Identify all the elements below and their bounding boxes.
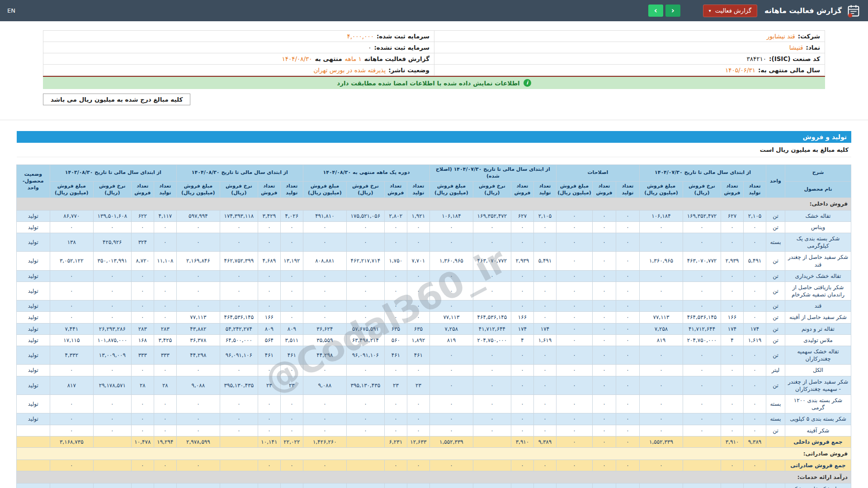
value-cell: ۲۸۳	[154, 323, 176, 334]
value-cell: ۰	[346, 413, 384, 425]
value-cell: ۰	[50, 413, 93, 425]
language-toggle[interactable]: EN	[7, 7, 15, 14]
value-cell: ۰	[683, 346, 721, 365]
unit-cell: تن	[766, 270, 785, 282]
column-header-text: (میلیون ریال)	[304, 190, 345, 197]
value-cell: ۱۳۹,۵۰۱,۶۰۸	[93, 210, 131, 221]
symbol-link[interactable]: قنیشا	[789, 44, 803, 51]
col-unit: واحد	[766, 165, 785, 198]
next-report-button[interactable]: ›	[648, 5, 663, 17]
value-cell: ۰	[639, 300, 683, 312]
company-name-link[interactable]: قند نیشابور	[767, 33, 795, 40]
value-cell: ۰	[533, 460, 556, 471]
value-cell: ۰	[744, 233, 766, 251]
column-header-text: تولید	[155, 190, 175, 197]
value-cell: ۰	[556, 436, 592, 447]
value-cell: ۰	[721, 460, 744, 471]
value-cell: ۰	[744, 460, 766, 471]
column-header-text: تولید	[408, 190, 429, 197]
col-sub-header: نرخ فروش(ریال)	[346, 181, 384, 198]
value-cell: ۰	[683, 394, 721, 413]
chevron-left-icon: ‹	[671, 6, 675, 15]
status-cell: تولید	[16, 323, 50, 334]
value-cell: ۰	[280, 365, 303, 376]
value-cell: ۰	[533, 282, 556, 300]
company-label: شرکت:	[798, 33, 820, 40]
value-cell: ۳۳۳	[131, 346, 154, 365]
column-header-text: نرخ فروش	[474, 183, 510, 190]
value-cell: ۰	[429, 300, 473, 312]
value-cell: ۴,۱۱۷	[154, 210, 176, 221]
value-cell: ۰	[616, 413, 639, 425]
value-cell: ۰	[93, 394, 131, 413]
value-cell: ۰	[533, 394, 556, 413]
product-row: شکر بسته بندی ۵ کیلوییبسته۰۰۰۰۰۰۰۰۰۰۰۰۰۰…	[16, 413, 851, 425]
col-sub-header: تعدادتولید	[154, 181, 176, 198]
value-cell: ۰	[429, 460, 473, 471]
value-cell: ۰	[721, 300, 744, 312]
value-cell	[683, 460, 721, 471]
value-cell: ۲۱,۰۰۰,۰۰۰	[220, 483, 258, 488]
company-info-section: شرکت: قند نیشابور سرمایه ثبت شده: ۴,۰۰۰,…	[43, 30, 825, 105]
value-cell: ۳,۹۱۰	[511, 436, 533, 447]
value-cell: ۱۶۶	[258, 312, 280, 323]
value-cell: ۰	[429, 270, 473, 282]
value-cell: ۰	[473, 346, 511, 365]
value-cell: ۰	[50, 312, 93, 323]
value-cell: ۰	[511, 233, 533, 251]
previous-report-button[interactable]: ‹	[665, 5, 680, 17]
value-cell: ۰	[592, 483, 616, 488]
value-cell: ۰	[93, 221, 131, 233]
column-header-text: تعداد	[282, 183, 302, 190]
value-cell: ۰	[556, 233, 592, 251]
value-cell: ۰	[592, 323, 616, 334]
value-cell: ۰	[744, 365, 766, 376]
value-cell: ۰	[556, 210, 592, 221]
column-header-text: از ابتدای سال مالی تا تاریخ ۱۴۰۳/۰۸/۳۰	[51, 169, 175, 176]
value-cell: ۰	[744, 394, 766, 413]
value-cell: ۰	[154, 221, 176, 233]
value-cell: ۸۶,۷۷۰	[50, 210, 93, 221]
fiscal-year-field: سال مالی منتهی به: ۱۴۰۵/۰۶/۳۱	[434, 65, 825, 76]
value-cell: ۴۶۳,۰۷۰,۷۷۲	[683, 252, 721, 270]
value-cell: ۰	[176, 365, 220, 376]
value-cell: ۰	[592, 334, 616, 346]
fiscal-year-value: ۱۴۰۵/۰۶/۳۱	[725, 66, 755, 74]
value-cell: ۰	[533, 312, 556, 323]
value-cell: ۱۷,۱۱۵	[50, 334, 93, 346]
column-header-text: مبلغ فروش	[178, 183, 219, 190]
value-cell: ۰	[280, 270, 303, 282]
unit-cell: بسته	[766, 233, 785, 251]
status-cell	[16, 460, 50, 471]
col-sub-header: مبلغ فروش(میلیون ریال)	[639, 181, 683, 198]
value-cell: ۰	[683, 221, 721, 233]
value-cell: ۰	[131, 365, 154, 376]
value-cell: ۶۳۵	[407, 323, 429, 334]
value-cell: ۷۹۲	[384, 483, 407, 488]
value-cell: ۲۳	[258, 376, 280, 394]
column-header-text: محصول-واحد	[18, 178, 49, 192]
value-cell: ۰	[429, 365, 473, 376]
value-cell: ۲,۹۳۹	[721, 252, 744, 270]
value-cell: ۳۲۴	[131, 233, 154, 251]
value-cell: ۰	[616, 394, 639, 413]
status-cell: تولید	[16, 413, 50, 425]
value-cell: ۰	[346, 233, 384, 251]
value-cell: ۱,۷۵۰	[384, 252, 407, 270]
value-cell: ۰	[511, 394, 533, 413]
value-cell: ۰	[220, 425, 258, 436]
value-cell: ۳,۰۵۲,۱۲۲	[50, 252, 93, 270]
page: { "navbar": { "title": "گزارش فعالیت ماه…	[0, 0, 868, 488]
value-cell: ۰	[556, 365, 592, 376]
value-cell: ۵۶۴	[258, 334, 280, 346]
product-name-cell: تفاله خشک	[785, 210, 851, 221]
value-cell: ۰	[258, 221, 280, 233]
value-cell: ۰	[154, 413, 176, 425]
product-row: ویناستن۰۰۰۰۰۰۰۰۰۰۰۰۰۰۰۰۰۰۰۰۰۰۰تولید	[16, 221, 851, 233]
production-sales-section: تولید و فروش کلیه مبالغ به میلیون ریال ا…	[17, 131, 851, 488]
value-cell: ۰	[473, 425, 511, 436]
value-cell: ۰	[131, 221, 154, 233]
col-sub-header: نرخ فروش(ریال)	[220, 181, 258, 198]
value-cell: ۴	[721, 334, 744, 346]
report-type-dropdown[interactable]: گزارش فعالیت ▾	[703, 5, 757, 17]
